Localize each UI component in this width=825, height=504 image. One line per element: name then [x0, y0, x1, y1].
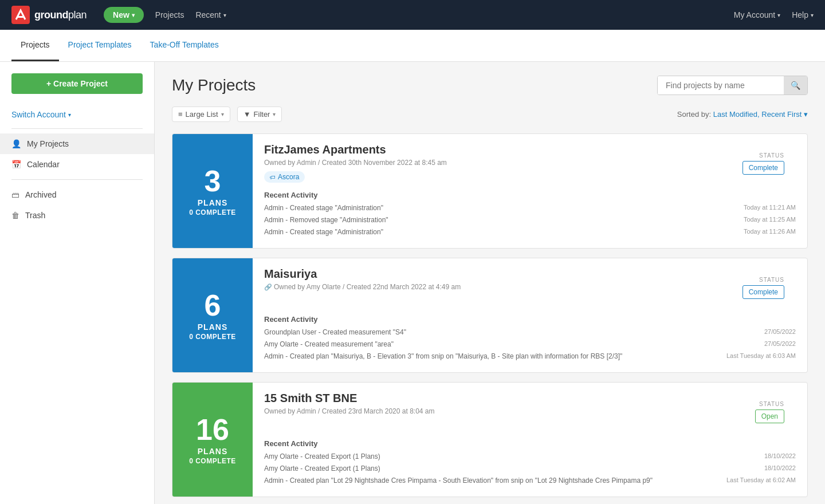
project-name-area: Maisuriya 🔗Owned by Amy Olarte / Created… — [264, 267, 461, 291]
new-button[interactable]: New — [104, 7, 144, 23]
recent-activity: Recent Activity Amy Olarte - Created Exp… — [264, 439, 796, 486]
project-header: Maisuriya 🔗Owned by Amy Olarte / Created… — [264, 267, 796, 308]
activity-row: Admin - Created plan "Lot 29 Nightshade … — [264, 475, 796, 486]
project-meta: 🔗Owned by Amy Olarte / Created 22nd Marc… — [264, 283, 461, 291]
content-header: My Projects 🔍 — [172, 76, 808, 95]
complete-label: 0 COMPLETE — [189, 457, 236, 465]
plans-label: PLANS — [198, 447, 227, 456]
switch-account[interactable]: Switch Account — [0, 105, 154, 124]
project-meta: Owned by Admin / Created 30th November 2… — [264, 159, 447, 167]
status-badge[interactable]: Open — [755, 410, 784, 423]
create-project-button[interactable]: + Create Project — [11, 73, 143, 94]
status-label: STATUS — [742, 277, 784, 283]
activity-time: Last Tuesday at 6:03 AM — [726, 351, 796, 361]
activity-row: Admin - Created stage "Administration" T… — [264, 227, 796, 237]
activity-row: Amy Olarte - Created Export (1 Plans) 18… — [264, 463, 796, 474]
project-card: 6 PLANS 0 COMPLETE Maisuriya 🔗Owned by A… — [172, 258, 808, 373]
tab-project-templates[interactable]: Project Templates — [59, 30, 141, 61]
calendar-icon: 📅 — [11, 160, 21, 169]
project-info: 15 Smith ST BNE Owned by Admin / Created… — [253, 383, 807, 497]
project-thumbnail[interactable]: 3 PLANS 0 COMPLETE — [172, 134, 253, 248]
filter-icon: ▼ — [243, 110, 251, 119]
activity-text: Admin - Created stage "Administration" — [264, 203, 744, 213]
activity-row: Admin - Created stage "Administration" T… — [264, 203, 796, 213]
sidebar-item-calendar[interactable]: 📅 Calendar — [0, 154, 154, 175]
activity-text: Admin - Created plan "Maisuriya, B - Ele… — [264, 351, 726, 361]
project-info: FitzJames Apartments Owned by Admin / Cr… — [253, 134, 807, 248]
activity-text: Admin - Created plan "Lot 29 Nightshade … — [264, 475, 726, 486]
toolbar-left: ≡ Large List ▼ Filter — [172, 107, 282, 122]
recent-activity: Recent Activity Admin - Created stage "A… — [264, 191, 796, 237]
trash-icon: 🗑 — [11, 211, 19, 220]
activity-time: Today at 11:26 AM — [744, 227, 796, 237]
project-name-area: FitzJames Apartments Owned by Admin / Cr… — [264, 143, 447, 183]
filter-button[interactable]: ▼ Filter — [237, 107, 282, 122]
project-card: 16 PLANS 0 COMPLETE 15 Smith ST BNE Owne… — [172, 382, 808, 497]
activity-row: Admin - Removed stage "Administration" T… — [264, 215, 796, 225]
recent-activity: Recent Activity Groundplan User - Create… — [264, 315, 796, 361]
project-name[interactable]: 15 Smith ST BNE — [264, 392, 435, 405]
tab-projects[interactable]: Projects — [11, 30, 59, 61]
status-area: STATUS Complete — [742, 267, 796, 308]
tab-takeoff-templates[interactable]: Take-Off Templates — [141, 30, 228, 61]
project-name-area: 15 Smith ST BNE Owned by Admin / Created… — [264, 392, 435, 415]
help-link[interactable]: Help — [792, 10, 814, 19]
plans-label: PLANS — [198, 198, 227, 207]
person-icon: 👤 — [11, 139, 21, 148]
my-account-link[interactable]: My Account — [734, 10, 780, 19]
logo[interactable]: groundplan — [11, 6, 87, 24]
status-area: STATUS Open — [755, 392, 796, 432]
activity-time: Today at 11:25 AM — [744, 215, 796, 225]
nav-right: My Account Help — [734, 10, 814, 19]
activity-time: 27/05/2022 — [764, 327, 796, 337]
complete-label: 0 COMPLETE — [189, 208, 236, 216]
nav-recent[interactable]: Recent ▾ — [195, 10, 226, 19]
plans-count: 3 — [205, 166, 221, 196]
project-name[interactable]: Maisuriya — [264, 267, 461, 281]
search-box: 🔍 — [657, 76, 808, 95]
project-tag[interactable]: Ascora — [264, 171, 305, 183]
activity-row: Amy Olarte - Created measurement "area" … — [264, 339, 796, 349]
archive-icon: 🗃 — [11, 190, 19, 199]
project-meta: Owned by Admin / Created 23rd March 2020… — [264, 407, 435, 415]
activity-time: 18/10/2022 — [764, 451, 796, 462]
status-area: STATUS Complete — [742, 143, 796, 184]
recent-activity-title: Recent Activity — [264, 191, 796, 199]
sidebar-item-my-projects[interactable]: 👤 My Projects — [0, 133, 154, 154]
sub-nav: Projects Project Templates Take-Off Temp… — [0, 30, 825, 62]
sidebar-divider-1 — [11, 128, 143, 129]
recent-activity-title: Recent Activity — [264, 315, 796, 324]
project-thumbnail[interactable]: 6 PLANS 0 COMPLETE — [172, 258, 253, 372]
activity-text: Amy Olarte - Created Export (1 Plans) — [264, 463, 764, 474]
sidebar: + Create Project Switch Account 👤 My Pro… — [0, 62, 155, 504]
project-thumbnail[interactable]: 16 PLANS 0 COMPLETE — [172, 383, 253, 497]
sidebar-item-trash[interactable]: 🗑 Trash — [0, 205, 154, 226]
project-card: 3 PLANS 0 COMPLETE FitzJames Apartments … — [172, 133, 808, 249]
search-button[interactable]: 🔍 — [784, 76, 807, 94]
project-name[interactable]: FitzJames Apartments — [264, 143, 447, 156]
logo-icon — [11, 6, 30, 24]
activity-time: Today at 11:21 AM — [744, 203, 796, 213]
content-area: My Projects 🔍 ≡ Large List ▼ Filter Sort… — [155, 62, 825, 504]
svg-rect-1 — [18, 16, 23, 18]
status-label: STATUS — [755, 401, 784, 407]
project-info: Maisuriya 🔗Owned by Amy Olarte / Created… — [253, 258, 807, 372]
activity-time: 18/10/2022 — [764, 463, 796, 474]
sidebar-item-archived[interactable]: 🗃 Archived — [0, 184, 154, 205]
status-badge[interactable]: Complete — [742, 285, 784, 299]
project-header: 15 Smith ST BNE Owned by Admin / Created… — [264, 392, 796, 432]
plans-count: 6 — [205, 290, 221, 320]
logo-text: groundplan — [34, 9, 87, 21]
search-input[interactable] — [658, 76, 784, 94]
nav-projects[interactable]: Projects — [155, 10, 184, 19]
sidebar-divider-2 — [11, 179, 143, 180]
activity-time: Last Tuesday at 6:02 AM — [726, 475, 796, 486]
large-list-button[interactable]: ≡ Large List — [172, 107, 230, 122]
activity-text: Admin - Created stage "Administration" — [264, 227, 744, 237]
link-icon: 🔗 — [264, 284, 272, 290]
plans-label: PLANS — [198, 322, 227, 332]
top-nav: groundplan New Projects Recent ▾ My Acco… — [0, 0, 825, 30]
sort-value-link[interactable]: Last Modified, Recent First ▾ — [713, 110, 808, 119]
activity-row: Amy Olarte - Created Export (1 Plans) 18… — [264, 451, 796, 462]
status-badge[interactable]: Complete — [742, 161, 784, 175]
